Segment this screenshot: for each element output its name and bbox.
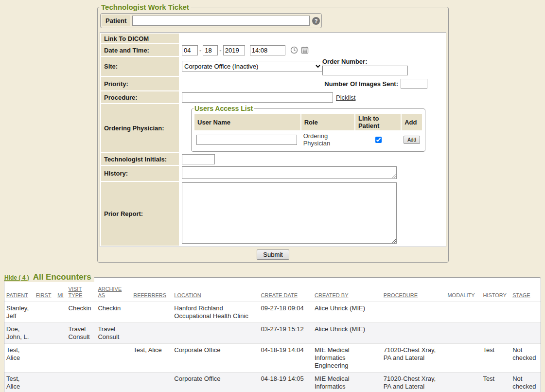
patient-bar: Patient ? <box>100 13 322 28</box>
date-month-input[interactable] <box>182 45 198 55</box>
clock-icon[interactable] <box>290 46 298 54</box>
column-header-history: HISTORY <box>481 282 510 302</box>
patient-input[interactable] <box>132 16 310 26</box>
encounter-cell-history: Test <box>481 344 510 373</box>
encounters-table: PATIENTFIRSTMIVISIT TYPEARCHIVE ASREFERR… <box>4 282 541 392</box>
column-header-archive-as[interactable]: ARCHIVE AS <box>96 282 131 302</box>
column-header-visit-type[interactable]: VISIT TYPE <box>67 282 96 302</box>
encounter-cell-visit-type <box>67 373 96 392</box>
encounter-cell-created-by: Alice Uhrick (MIE) <box>313 302 382 323</box>
encounter-cell-modality <box>445 323 481 344</box>
add-button[interactable]: Add <box>404 136 420 144</box>
column-header-procedure[interactable]: PROCEDURE <box>382 282 446 302</box>
site-select[interactable]: Corporate Office (Inactive) <box>182 61 322 71</box>
all-encounters-panel: Hide ( 4 ) All Encounters PATIENTFIRSTMI… <box>4 272 541 392</box>
link-to-patient-checkbox[interactable] <box>375 137 382 143</box>
column-header-stage[interactable]: STAGE <box>510 282 541 302</box>
link-to-dicom-header: Link To DICOM <box>101 34 179 43</box>
encounter-cell-patient: Doe, John, L. <box>4 323 34 344</box>
prior-report-textarea[interactable] <box>182 182 397 244</box>
ual-header-role: Role <box>301 114 354 130</box>
images-sent-label: Number Of Images Sent: <box>324 80 398 88</box>
encounter-cell-archive-as: Checkin <box>96 302 131 323</box>
picklist-link[interactable]: Picklist <box>336 94 355 101</box>
column-header-modality: MODALITY <box>445 282 481 302</box>
encounter-cell-modality <box>445 373 481 392</box>
encounter-cell-location: Corporate Office <box>172 344 259 373</box>
technologist-work-ticket-panel: Technologist Work Ticket Patient ? Link … <box>97 3 449 263</box>
encounter-cell-archive-as: Travel Consult <box>96 323 131 344</box>
encounter-cell-create-date: 03-27-19 15:12 <box>259 323 313 344</box>
work-ticket-form: Link To DICOM Date and Time: - - <box>100 32 446 247</box>
encounter-cell-referrers <box>131 373 172 392</box>
work-ticket-section: Technologist Work Ticket Patient ? Link … <box>97 3 447 263</box>
encounter-cell-first <box>34 344 56 373</box>
encounter-cell-modality <box>445 302 481 323</box>
order-number-input[interactable] <box>322 66 408 75</box>
encounter-cell-history: Test <box>481 373 510 392</box>
column-header-create-date[interactable]: CREATE DATE <box>259 282 313 302</box>
encounters-header-row: PATIENTFIRSTMIVISIT TYPEARCHIVE ASREFERR… <box>4 282 541 302</box>
encounter-cell-mi <box>55 302 66 323</box>
encounter-cell-first <box>34 323 56 344</box>
priority-label: Priority: <box>101 77 179 90</box>
column-header-first[interactable]: FIRST <box>34 282 56 302</box>
encounter-cell-stage: Not checked <box>510 373 541 392</box>
encounter-cell-archive-as <box>96 373 131 392</box>
column-header-referrers[interactable]: REFERRERS <box>131 282 172 302</box>
encounter-cell-visit-type: Travel Consult <box>67 323 96 344</box>
encounter-cell-history <box>481 302 510 323</box>
encounter-cell-mi <box>55 373 66 392</box>
calendar-icon[interactable] <box>301 46 309 54</box>
encounter-row: Doe, John, L.Travel ConsultTravel Consul… <box>4 323 541 344</box>
hide-link[interactable]: Hide ( 4 ) <box>4 274 29 281</box>
encounter-cell-visit-type: Checkin <box>67 302 96 323</box>
images-sent-input[interactable] <box>401 79 427 89</box>
submit-button[interactable]: Submit <box>257 249 289 260</box>
users-access-list-legend: Users Access List <box>193 105 254 112</box>
date-time-cell: - - <box>182 45 443 55</box>
encounters-body: Stanley, JeffCheckinCheckinHanford Richl… <box>4 302 541 392</box>
encounter-cell-patient: Test, Alice <box>4 373 34 392</box>
time-input[interactable] <box>250 45 285 55</box>
work-ticket-legend: Technologist Work Ticket <box>100 3 191 11</box>
encounter-cell-procedure: 71020-Chest Xray, PA and Lateral <box>382 373 446 392</box>
encounter-cell-created-by: Alice Uhrick (MIE) <box>313 323 382 344</box>
user-name-input[interactable] <box>196 135 297 145</box>
prior-report-label: Prior Report: <box>101 182 179 246</box>
users-access-list-panel: Users Access List User Name Role Link to… <box>191 105 425 152</box>
date-separator: - <box>199 47 201 54</box>
encounter-cell-history <box>481 323 510 344</box>
order-number-label: Order Number: <box>322 57 408 66</box>
ual-header-add: Add <box>402 114 422 130</box>
encounter-cell-first <box>34 373 56 392</box>
ual-header-link-to-patient: Link to Patient <box>355 114 401 130</box>
column-header-patient[interactable]: PATIENT <box>4 282 34 302</box>
encounter-cell-stage <box>510 302 541 323</box>
column-header-created-by[interactable]: CREATED BY <box>313 282 382 302</box>
encounter-cell-mi <box>55 323 66 344</box>
encounter-cell-stage: Not checked <box>510 344 541 373</box>
users-access-list-table: User Name Role Link to Patient Add Order… <box>193 113 423 149</box>
help-icon[interactable]: ? <box>312 17 320 25</box>
column-header-mi[interactable]: MI <box>55 282 66 302</box>
encounter-cell-archive-as <box>96 344 131 373</box>
date-year-input[interactable] <box>223 45 245 55</box>
encounter-cell-location: Hanford Richland Occupational Health Cli… <box>172 302 259 323</box>
ordering-physician-label: Ordering Physician: <box>101 104 179 152</box>
encounters-title: All Encounters <box>33 272 91 282</box>
procedure-input[interactable] <box>182 92 333 103</box>
history-textarea[interactable] <box>182 166 397 179</box>
encounter-cell-procedure <box>382 323 446 344</box>
link-to-dicom-cell <box>180 34 445 43</box>
column-header-location[interactable]: LOCATION <box>172 282 259 302</box>
encounter-cell-referrers <box>131 323 172 344</box>
encounter-cell-create-date: 09-27-18 09:04 <box>259 302 313 323</box>
encounter-cell-modality <box>445 344 481 373</box>
technologist-initials-input[interactable] <box>182 154 215 164</box>
encounter-row: Test, AliceCorporate Office04-18-19 14:0… <box>4 373 541 392</box>
date-day-input[interactable] <box>203 45 218 55</box>
encounter-cell-location <box>172 323 259 344</box>
encounter-cell-procedure <box>382 302 446 323</box>
encounter-cell-visit-type <box>67 344 96 373</box>
